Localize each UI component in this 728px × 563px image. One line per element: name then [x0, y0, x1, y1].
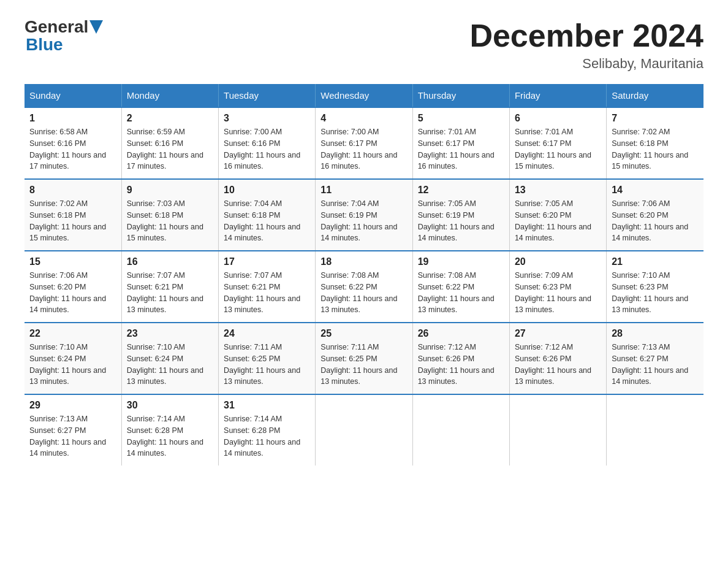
calendar-cell [316, 394, 412, 465]
day-number: 30 [127, 400, 213, 411]
day-number: 2 [127, 113, 213, 124]
day-number: 8 [29, 185, 116, 196]
week-row-5: 29Sunrise: 7:13 AMSunset: 6:27 PMDayligh… [25, 394, 703, 465]
day-number: 25 [320, 328, 407, 339]
day-number: 13 [515, 185, 601, 196]
day-info: Sunrise: 7:09 AMSunset: 6:23 PMDaylight:… [515, 270, 601, 316]
logo-general-text: General [25, 18, 88, 36]
day-info: Sunrise: 7:11 AMSunset: 6:25 PMDaylight:… [224, 342, 310, 388]
calendar-cell: 2Sunrise: 6:59 AMSunset: 6:16 PMDaylight… [121, 107, 218, 179]
day-info: Sunrise: 7:01 AMSunset: 6:17 PMDaylight:… [418, 126, 504, 172]
day-info: Sunrise: 7:03 AMSunset: 6:18 PMDaylight:… [127, 198, 213, 244]
calendar-table: SundayMondayTuesdayWednesdayThursdayFrid… [25, 84, 703, 465]
day-info: Sunrise: 7:06 AMSunset: 6:20 PMDaylight:… [29, 270, 116, 316]
calendar-cell: 4Sunrise: 7:00 AMSunset: 6:17 PMDaylight… [316, 107, 412, 179]
calendar-cell: 16Sunrise: 7:07 AMSunset: 6:21 PMDayligh… [121, 251, 218, 323]
day-info: Sunrise: 7:10 AMSunset: 6:24 PMDaylight:… [29, 342, 116, 388]
calendar-cell: 21Sunrise: 7:10 AMSunset: 6:23 PMDayligh… [607, 251, 703, 323]
calendar-cell: 15Sunrise: 7:06 AMSunset: 6:20 PMDayligh… [25, 251, 121, 323]
day-number: 20 [515, 256, 601, 267]
header-friday: Friday [509, 84, 606, 107]
week-row-4: 22Sunrise: 7:10 AMSunset: 6:24 PMDayligh… [25, 323, 703, 394]
calendar-cell: 11Sunrise: 7:04 AMSunset: 6:19 PMDayligh… [316, 179, 412, 251]
day-number: 28 [612, 328, 699, 339]
day-info: Sunrise: 7:06 AMSunset: 6:20 PMDaylight:… [612, 198, 699, 244]
day-number: 6 [515, 113, 601, 124]
calendar-cell: 8Sunrise: 7:02 AMSunset: 6:18 PMDaylight… [25, 179, 121, 251]
day-number: 24 [224, 328, 310, 339]
week-row-2: 8Sunrise: 7:02 AMSunset: 6:18 PMDaylight… [25, 179, 703, 251]
header-wednesday: Wednesday [316, 84, 412, 107]
day-number: 11 [320, 185, 407, 196]
day-number: 23 [127, 328, 213, 339]
calendar-cell: 13Sunrise: 7:05 AMSunset: 6:20 PMDayligh… [509, 179, 606, 251]
day-number: 12 [418, 185, 504, 196]
calendar-cell: 22Sunrise: 7:10 AMSunset: 6:24 PMDayligh… [25, 323, 121, 394]
location-subtitle: Selibaby, Mauritania [469, 56, 703, 72]
calendar-cell [607, 394, 703, 465]
calendar-header: SundayMondayTuesdayWednesdayThursdayFrid… [25, 84, 703, 107]
day-info: Sunrise: 7:12 AMSunset: 6:26 PMDaylight:… [418, 342, 504, 388]
day-info: Sunrise: 7:04 AMSunset: 6:18 PMDaylight:… [224, 198, 310, 244]
header-tuesday: Tuesday [219, 84, 316, 107]
calendar-cell: 19Sunrise: 7:08 AMSunset: 6:22 PMDayligh… [412, 251, 509, 323]
calendar-body: 1Sunrise: 6:58 AMSunset: 6:16 PMDaylight… [25, 107, 703, 465]
calendar-cell: 1Sunrise: 6:58 AMSunset: 6:16 PMDaylight… [25, 107, 121, 179]
day-info: Sunrise: 7:02 AMSunset: 6:18 PMDaylight:… [29, 198, 116, 244]
title-area: December 2024 Selibaby, Mauritania [469, 18, 703, 72]
day-number: 19 [418, 256, 504, 267]
day-info: Sunrise: 7:01 AMSunset: 6:17 PMDaylight:… [515, 126, 601, 172]
day-number: 5 [418, 113, 504, 124]
day-number: 31 [224, 400, 310, 411]
header-monday: Monday [121, 84, 218, 107]
calendar-cell: 25Sunrise: 7:11 AMSunset: 6:25 PMDayligh… [316, 323, 412, 394]
day-info: Sunrise: 7:11 AMSunset: 6:25 PMDaylight:… [320, 342, 407, 388]
week-row-3: 15Sunrise: 7:06 AMSunset: 6:20 PMDayligh… [25, 251, 703, 323]
day-number: 1 [29, 113, 116, 124]
day-info: Sunrise: 7:07 AMSunset: 6:21 PMDaylight:… [224, 270, 310, 316]
calendar-cell: 23Sunrise: 7:10 AMSunset: 6:24 PMDayligh… [121, 323, 218, 394]
calendar-cell: 29Sunrise: 7:13 AMSunset: 6:27 PMDayligh… [25, 394, 121, 465]
calendar-cell: 7Sunrise: 7:02 AMSunset: 6:18 PMDaylight… [607, 107, 703, 179]
calendar-cell: 6Sunrise: 7:01 AMSunset: 6:17 PMDaylight… [509, 107, 606, 179]
svg-marker-0 [89, 20, 103, 34]
day-info: Sunrise: 6:59 AMSunset: 6:16 PMDaylight:… [127, 126, 213, 172]
calendar-cell: 20Sunrise: 7:09 AMSunset: 6:23 PMDayligh… [509, 251, 606, 323]
day-number: 7 [612, 113, 699, 124]
day-info: Sunrise: 7:00 AMSunset: 6:17 PMDaylight:… [320, 126, 407, 172]
day-info: Sunrise: 7:13 AMSunset: 6:27 PMDaylight:… [29, 413, 116, 459]
header-row: SundayMondayTuesdayWednesdayThursdayFrid… [25, 84, 703, 107]
day-info: Sunrise: 7:13 AMSunset: 6:27 PMDaylight:… [612, 342, 699, 388]
logo-blue-text: Blue [26, 36, 103, 55]
day-info: Sunrise: 7:05 AMSunset: 6:20 PMDaylight:… [515, 198, 601, 244]
day-info: Sunrise: 7:12 AMSunset: 6:26 PMDaylight:… [515, 342, 601, 388]
day-info: Sunrise: 7:08 AMSunset: 6:22 PMDaylight:… [320, 270, 407, 316]
day-number: 26 [418, 328, 504, 339]
day-number: 15 [29, 256, 116, 267]
calendar-cell: 5Sunrise: 7:01 AMSunset: 6:17 PMDaylight… [412, 107, 509, 179]
day-number: 3 [224, 113, 310, 124]
day-info: Sunrise: 7:10 AMSunset: 6:24 PMDaylight:… [127, 342, 213, 388]
calendar-cell: 31Sunrise: 7:14 AMSunset: 6:28 PMDayligh… [219, 394, 316, 465]
day-info: Sunrise: 7:14 AMSunset: 6:28 PMDaylight:… [127, 413, 213, 459]
calendar-cell: 3Sunrise: 7:00 AMSunset: 6:16 PMDaylight… [219, 107, 316, 179]
day-number: 17 [224, 256, 310, 267]
day-info: Sunrise: 7:07 AMSunset: 6:21 PMDaylight:… [127, 270, 213, 316]
day-number: 29 [29, 400, 116, 411]
page-header: General Blue December 2024 Selibaby, Mau… [25, 18, 703, 72]
calendar-cell: 18Sunrise: 7:08 AMSunset: 6:22 PMDayligh… [316, 251, 412, 323]
calendar-cell [509, 394, 606, 465]
calendar-cell: 10Sunrise: 7:04 AMSunset: 6:18 PMDayligh… [219, 179, 316, 251]
calendar-cell: 17Sunrise: 7:07 AMSunset: 6:21 PMDayligh… [219, 251, 316, 323]
day-number: 14 [612, 185, 699, 196]
day-number: 10 [224, 185, 310, 196]
day-info: Sunrise: 7:02 AMSunset: 6:18 PMDaylight:… [612, 126, 699, 172]
day-info: Sunrise: 7:08 AMSunset: 6:22 PMDaylight:… [418, 270, 504, 316]
day-info: Sunrise: 7:14 AMSunset: 6:28 PMDaylight:… [224, 413, 310, 459]
logo-container: General Blue [25, 18, 103, 55]
day-info: Sunrise: 7:05 AMSunset: 6:19 PMDaylight:… [418, 198, 504, 244]
calendar-cell [412, 394, 509, 465]
calendar-cell: 9Sunrise: 7:03 AMSunset: 6:18 PMDaylight… [121, 179, 218, 251]
calendar-cell: 30Sunrise: 7:14 AMSunset: 6:28 PMDayligh… [121, 394, 218, 465]
day-info: Sunrise: 7:00 AMSunset: 6:16 PMDaylight:… [224, 126, 310, 172]
